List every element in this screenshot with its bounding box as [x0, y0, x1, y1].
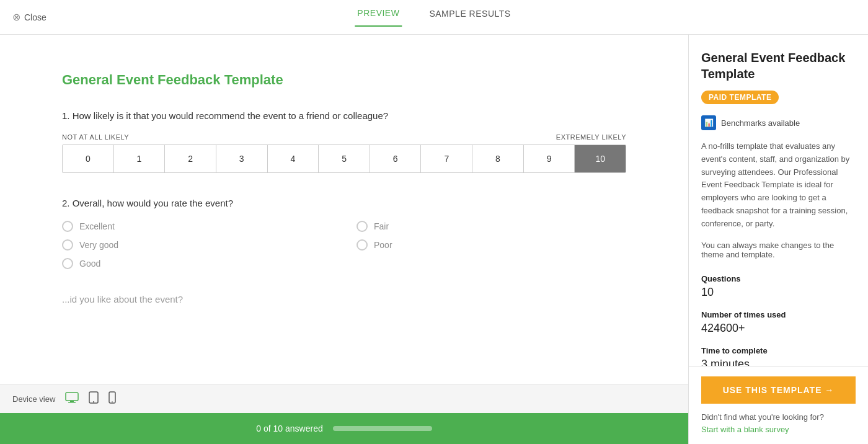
scale-cell-2[interactable]: 2 [165, 145, 216, 172]
question-2-text: 2. Overall, how would you rate the event… [62, 198, 626, 208]
svg-point-6 [112, 401, 113, 402]
svg-rect-0 [66, 393, 78, 401]
svg-rect-1 [70, 401, 74, 402]
close-icon: ⊗ [12, 11, 20, 23]
top-nav: ⊗ Close PREVIEW SAMPLE RESULTS [0, 0, 868, 35]
question-3-text: ...id you like about the event? [62, 294, 626, 304]
radio-poor[interactable]: Poor [356, 239, 626, 251]
no-result-text: Didn't find what you're looking for? [701, 412, 856, 422]
radio-circle-poor [356, 239, 368, 251]
svg-rect-2 [68, 402, 76, 403]
tab-sample-results[interactable]: SAMPLE RESULTS [427, 8, 513, 27]
progress-bar-container: 0 of 10 answered [0, 413, 688, 444]
benchmark-icon: 📊 [701, 115, 716, 130]
time-value: 3 minutes [701, 358, 856, 366]
main-layout: General Event Feedback Template 1. How l… [0, 35, 868, 444]
radio-excellent[interactable]: Excellent [62, 221, 332, 232]
radio-circle-excellent [62, 221, 73, 232]
svg-point-4 [93, 401, 94, 402]
nav-tabs: PREVIEW SAMPLE RESULTS [355, 8, 513, 27]
scale-cell-3[interactable]: 3 [216, 145, 268, 172]
use-template-label: USE THIS TEMPLATE → [723, 385, 835, 395]
survey-title: General Event Feedback Template [62, 72, 626, 88]
scale-labels: NOT AT ALL LIKELY EXTREMELY LIKELY [62, 133, 626, 141]
sidebar-footer: USE THIS TEMPLATE → Didn't find what you… [689, 366, 868, 444]
scale-cell-1[interactable]: 1 [114, 145, 166, 172]
sidebar-description: A no-frills template that evaluates any … [701, 140, 856, 231]
radio-circle-good [62, 258, 73, 269]
paid-badge: PAID TEMPLATE [701, 91, 779, 104]
device-view-label: Device view [12, 394, 55, 404]
benchmarks-text: Benchmarks available [721, 118, 800, 128]
blank-survey-link[interactable]: Start with a blank survey [701, 425, 789, 434]
progress-bar-bg [333, 426, 432, 431]
scale-cell-8[interactable]: 8 [472, 145, 524, 172]
times-used-label: Number of times used [701, 310, 856, 319]
questions-value: 10 [701, 286, 856, 299]
radio-very-good[interactable]: Very good [62, 239, 332, 251]
close-label: Close [24, 12, 46, 22]
sidebar: General Event Feedback Template PAID TEM… [688, 35, 868, 444]
close-button[interactable]: ⊗ Close [12, 11, 46, 23]
question-3-block: ...id you like about the event? [62, 294, 626, 304]
scale-cell-6[interactable]: 6 [370, 145, 422, 172]
scale-cell-5[interactable]: 5 [319, 145, 370, 172]
times-used-value: 424600+ [701, 322, 856, 335]
scale-cell-7[interactable]: 7 [421, 145, 472, 172]
desktop-icon[interactable] [65, 392, 79, 406]
progress-text: 0 of 10 answered [256, 424, 322, 433]
radio-circle-very-good [62, 239, 73, 251]
use-template-button[interactable]: USE THIS TEMPLATE → [701, 376, 856, 404]
questions-label: Questions [701, 274, 856, 283]
radio-good[interactable]: Good [62, 258, 332, 269]
question-1-block: 1. How likely is it that you would recom… [62, 110, 626, 173]
preview-content: General Event Feedback Template 1. How l… [0, 35, 688, 391]
mobile-icon[interactable] [108, 391, 116, 407]
scale-cell-4[interactable]: 4 [268, 145, 319, 172]
radio-fair[interactable]: Fair [356, 221, 626, 232]
radio-circle-fair [356, 221, 368, 232]
preview-outer: General Event Feedback Template 1. How l… [0, 35, 688, 444]
radio-grid: Excellent Fair Very good Poor [62, 221, 626, 269]
theme-note: You can always make changes to the theme… [701, 241, 856, 259]
benchmarks-row: 📊 Benchmarks available [701, 115, 856, 130]
scale-min-label: NOT AT ALL LIKELY [62, 133, 129, 141]
scale-cell-10[interactable]: 10 [575, 145, 626, 172]
scale-cell-0[interactable]: 0 [63, 145, 114, 172]
question-1-text: 1. How likely is it that you would recom… [62, 110, 626, 121]
scale-cell-9[interactable]: 9 [524, 145, 575, 172]
sidebar-scroll[interactable]: General Event Feedback Template PAID TEM… [689, 35, 868, 366]
sidebar-template-title: General Event Feedback Template [701, 50, 856, 82]
tablet-icon[interactable] [89, 391, 99, 407]
preview-pane[interactable]: General Event Feedback Template 1. How l… [0, 35, 688, 413]
scale-max-label: EXTREMELY LIKELY [556, 133, 626, 141]
time-label: Time to complete [701, 346, 856, 355]
question-2-block: 2. Overall, how would you rate the event… [62, 198, 626, 269]
tab-preview[interactable]: PREVIEW [355, 8, 402, 27]
device-view-bar: Device view [0, 384, 688, 413]
scale-row: 0 1 2 3 4 5 6 7 8 9 10 [62, 144, 626, 173]
